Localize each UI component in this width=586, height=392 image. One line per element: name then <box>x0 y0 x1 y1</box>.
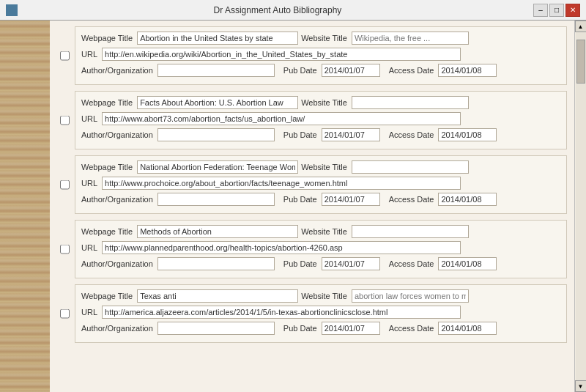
entry-checkbox-5[interactable] <box>60 309 70 319</box>
window-title: Dr Assignment Auto Bibliography <box>22 5 533 15</box>
pub-date-input-4[interactable] <box>322 257 380 270</box>
author-label-3: Author/Organization <box>81 195 153 204</box>
author-input-5[interactable] <box>157 322 275 335</box>
minimize-button[interactable]: – <box>533 4 548 17</box>
scroll-up-button[interactable]: ▲ <box>575 21 587 32</box>
author-label-2: Author/Organization <box>81 130 153 139</box>
entry-checkbox-1[interactable] <box>60 51 70 61</box>
webpage-title-input-5[interactable] <box>137 289 298 303</box>
entry-row1-3: Webpage TitleWebsite Title <box>81 160 560 174</box>
url-label-3: URL <box>81 179 97 188</box>
entry-wrapper-3: Webpage TitleWebsite TitleURLAuthor/Orga… <box>75 155 567 214</box>
access-date-input-3[interactable] <box>438 193 497 206</box>
entry-row2-1: URL <box>81 48 560 61</box>
entry-row2-2: URL <box>81 112 560 125</box>
url-input-5[interactable] <box>102 306 461 319</box>
entry-wrapper-2: Webpage TitleWebsite TitleURLAuthor/Orga… <box>75 91 567 149</box>
url-input-4[interactable] <box>102 241 461 254</box>
pub-date-input-3[interactable] <box>322 193 380 206</box>
entry-checkbox-4[interactable] <box>60 245 70 254</box>
author-label-4: Author/Organization <box>81 259 153 268</box>
website-title-input-4[interactable] <box>352 225 469 238</box>
main-window: Webpage TitleWebsite TitleURLAuthor/Orga… <box>0 21 586 392</box>
entry-checkbox-3[interactable] <box>60 180 70 190</box>
entry-row2-5: URL <box>81 306 560 319</box>
url-input-3[interactable] <box>102 177 461 190</box>
website-title-input-2[interactable] <box>352 96 469 109</box>
webpage-title-label-3: Webpage Title <box>81 163 133 171</box>
url-input-1[interactable] <box>102 48 461 61</box>
webpage-title-input-4[interactable] <box>137 225 298 238</box>
entry-row3-3: Author/OrganizationPub DateAccess Date <box>81 193 560 206</box>
url-label-5: URL <box>81 308 97 317</box>
pub-date-label-1: Pub Date <box>283 66 317 75</box>
url-label-1: URL <box>81 50 97 59</box>
access-date-input-1[interactable] <box>438 64 497 77</box>
entry-row1-5: Webpage TitleWebsite Title <box>81 289 560 303</box>
website-title-input-3[interactable] <box>352 160 469 174</box>
entry-row3-1: Author/OrganizationPub DateAccess Date <box>81 64 560 77</box>
website-title-label-4: Website Title <box>301 227 347 236</box>
entry-checkbox-2[interactable] <box>60 116 70 125</box>
entry-wrapper-4: Webpage TitleWebsite TitleURLAuthor/Orga… <box>75 220 567 278</box>
entry-row3-5: Author/OrganizationPub DateAccess Date <box>81 322 560 335</box>
access-date-label-3: Access Date <box>389 195 434 204</box>
entry-row2-4: URL <box>81 241 560 254</box>
close-button[interactable]: ✕ <box>565 4 580 17</box>
entry-5: Webpage TitleWebsite TitleURLAuthor/Orga… <box>75 284 567 343</box>
pub-date-label-5: Pub Date <box>283 324 317 333</box>
website-title-input-1[interactable] <box>352 32 469 45</box>
author-input-1[interactable] <box>157 64 275 77</box>
webpage-title-input-1[interactable] <box>137 32 298 45</box>
content-area: Webpage TitleWebsite TitleURLAuthor/Orga… <box>50 21 574 392</box>
website-title-input-5[interactable] <box>352 289 469 303</box>
entry-1: Webpage TitleWebsite TitleURLAuthor/Orga… <box>75 26 567 85</box>
access-date-input-5[interactable] <box>438 322 497 335</box>
access-date-label-2: Access Date <box>389 130 434 139</box>
scroll-down-button[interactable]: ▼ <box>575 380 587 392</box>
pub-date-label-3: Pub Date <box>283 195 317 204</box>
access-date-input-2[interactable] <box>438 128 497 141</box>
author-label-1: Author/Organization <box>81 66 153 75</box>
author-input-3[interactable] <box>157 193 275 206</box>
wood-panel-left <box>0 21 50 392</box>
url-label-4: URL <box>81 243 97 252</box>
access-date-label-1: Access Date <box>389 66 434 75</box>
scroll-thumb[interactable] <box>576 40 585 84</box>
author-input-4[interactable] <box>157 257 275 270</box>
url-input-2[interactable] <box>102 112 461 125</box>
webpage-title-input-3[interactable] <box>137 160 298 174</box>
website-title-label-2: Website Title <box>301 98 347 107</box>
url-label-2: URL <box>81 114 97 123</box>
app-icon <box>6 4 18 16</box>
pub-date-input-2[interactable] <box>322 128 380 141</box>
pub-date-label-2: Pub Date <box>283 130 317 139</box>
access-date-label-4: Access Date <box>389 259 434 268</box>
entry-row3-4: Author/OrganizationPub DateAccess Date <box>81 257 560 270</box>
webpage-title-label-4: Webpage Title <box>81 227 133 236</box>
entry-row1-1: Webpage TitleWebsite Title <box>81 32 560 45</box>
window-controls: – □ ✕ <box>533 4 580 17</box>
maximize-button[interactable]: □ <box>549 4 564 17</box>
entry-wrapper-5: Webpage TitleWebsite TitleURLAuthor/Orga… <box>75 284 567 343</box>
webpage-title-label-5: Webpage Title <box>81 292 133 300</box>
entry-wrapper-1: Webpage TitleWebsite TitleURLAuthor/Orga… <box>75 26 567 85</box>
pub-date-label-4: Pub Date <box>283 259 317 268</box>
webpage-title-label-2: Webpage Title <box>81 98 133 107</box>
website-title-label-1: Website Title <box>301 34 347 42</box>
website-title-label-5: Website Title <box>301 292 347 300</box>
entry-row2-3: URL <box>81 177 560 190</box>
pub-date-input-1[interactable] <box>322 64 380 77</box>
webpage-title-input-2[interactable] <box>137 96 298 109</box>
pub-date-input-5[interactable] <box>322 322 380 335</box>
access-date-input-4[interactable] <box>438 257 497 270</box>
entry-row1-4: Webpage TitleWebsite Title <box>81 225 560 238</box>
webpage-title-label-1: Webpage Title <box>81 34 133 42</box>
entry-4: Webpage TitleWebsite TitleURLAuthor/Orga… <box>75 220 567 278</box>
entry-2: Webpage TitleWebsite TitleURLAuthor/Orga… <box>75 91 567 149</box>
scrollbar: ▲ ▼ <box>574 21 586 392</box>
author-input-2[interactable] <box>157 128 275 141</box>
entry-3: Webpage TitleWebsite TitleURLAuthor/Orga… <box>75 155 567 214</box>
titlebar: Dr Assignment Auto Bibliography – □ ✕ <box>0 0 586 21</box>
entry-row3-2: Author/OrganizationPub DateAccess Date <box>81 128 560 141</box>
